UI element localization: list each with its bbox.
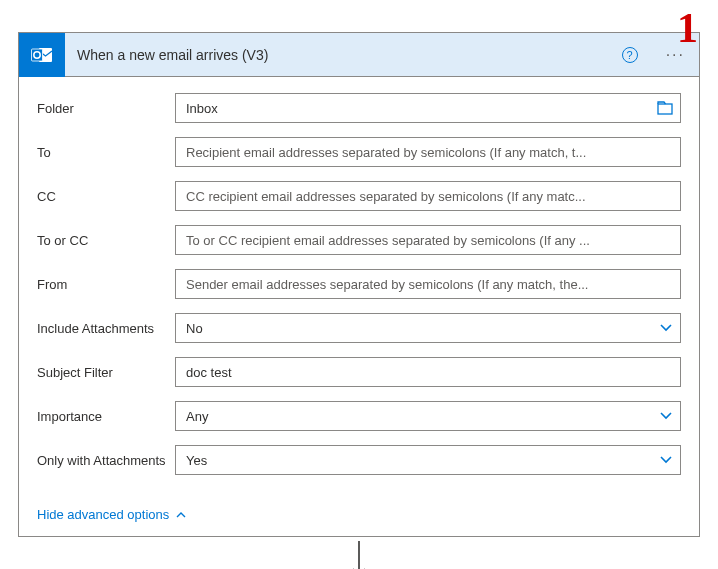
trigger-title: When a new email arrives (V3) — [65, 47, 622, 63]
to-input[interactable] — [175, 137, 681, 167]
cc-input[interactable] — [175, 181, 681, 211]
trigger-body: Folder To CC To or CC — [19, 77, 699, 501]
only-with-attachments-select[interactable] — [175, 445, 681, 475]
help-icon[interactable]: ? — [622, 47, 638, 63]
to-label: To — [37, 145, 175, 160]
to-or-cc-label: To or CC — [37, 233, 175, 248]
chevron-up-icon — [175, 510, 187, 519]
cc-label: CC — [37, 189, 175, 204]
include-attachments-select[interactable] — [175, 313, 681, 343]
folder-picker-icon[interactable] — [657, 101, 673, 115]
only-with-attachments-label: Only with Attachments — [37, 453, 175, 468]
hide-advanced-label: Hide advanced options — [37, 507, 169, 522]
chevron-down-icon — [659, 411, 673, 421]
chevron-down-icon — [659, 323, 673, 333]
folder-label: Folder — [37, 101, 175, 116]
importance-select[interactable] — [175, 401, 681, 431]
subject-filter-input[interactable] — [175, 357, 681, 387]
to-or-cc-input[interactable] — [175, 225, 681, 255]
from-input[interactable] — [175, 269, 681, 299]
outlook-icon — [19, 33, 65, 77]
include-attachments-label: Include Attachments — [37, 321, 175, 336]
flow-arrow-connector — [0, 537, 718, 569]
hide-advanced-options-toggle[interactable]: Hide advanced options — [19, 501, 699, 536]
chevron-down-icon — [659, 455, 673, 465]
subject-filter-label: Subject Filter — [37, 365, 175, 380]
step-number-annotation: 1 — [677, 4, 698, 52]
trigger-header[interactable]: When a new email arrives (V3) ? ··· — [19, 33, 699, 77]
from-label: From — [37, 277, 175, 292]
folder-input[interactable] — [175, 93, 681, 123]
importance-label: Importance — [37, 409, 175, 424]
svg-rect-3 — [658, 104, 672, 114]
trigger-card: When a new email arrives (V3) ? ··· Fold… — [18, 32, 700, 537]
